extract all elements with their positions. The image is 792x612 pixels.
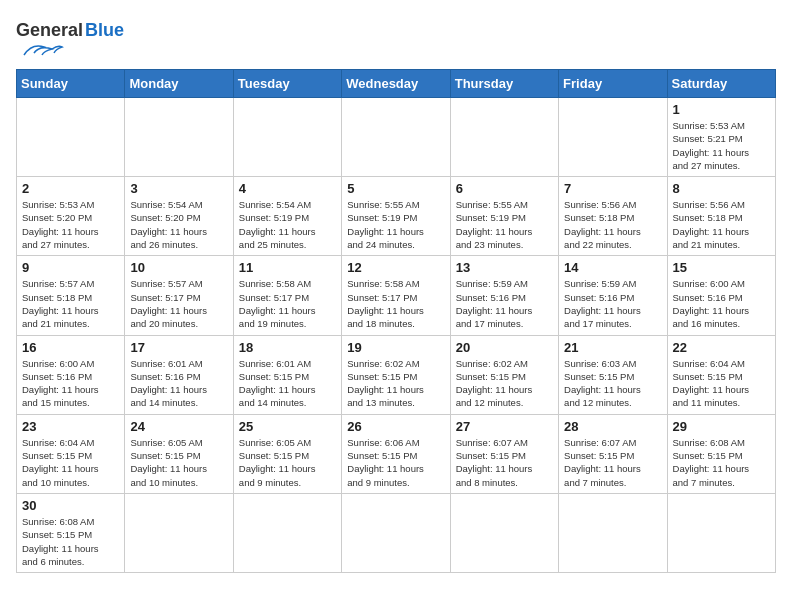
day-info: Sunrise: 5:59 AM Sunset: 5:16 PM Dayligh… — [456, 277, 553, 330]
week-row-4: 23Sunrise: 6:04 AM Sunset: 5:15 PM Dayli… — [17, 414, 776, 493]
day-info: Sunrise: 6:06 AM Sunset: 5:15 PM Dayligh… — [347, 436, 444, 489]
weekday-header-thursday: Thursday — [450, 70, 558, 98]
calendar-cell: 17Sunrise: 6:01 AM Sunset: 5:16 PM Dayli… — [125, 335, 233, 414]
day-info: Sunrise: 5:55 AM Sunset: 5:19 PM Dayligh… — [456, 198, 553, 251]
calendar-cell: 4Sunrise: 5:54 AM Sunset: 5:19 PM Daylig… — [233, 177, 341, 256]
day-number: 24 — [130, 419, 227, 434]
day-number: 19 — [347, 340, 444, 355]
day-number: 13 — [456, 260, 553, 275]
day-number: 28 — [564, 419, 661, 434]
calendar-cell: 3Sunrise: 5:54 AM Sunset: 5:20 PM Daylig… — [125, 177, 233, 256]
day-number: 30 — [22, 498, 119, 513]
calendar-cell — [233, 493, 341, 572]
day-number: 22 — [673, 340, 770, 355]
day-info: Sunrise: 6:01 AM Sunset: 5:16 PM Dayligh… — [130, 357, 227, 410]
day-info: Sunrise: 6:00 AM Sunset: 5:16 PM Dayligh… — [673, 277, 770, 330]
logo: General Blue — [16, 20, 124, 59]
calendar-cell: 15Sunrise: 6:00 AM Sunset: 5:16 PM Dayli… — [667, 256, 775, 335]
day-info: Sunrise: 6:08 AM Sunset: 5:15 PM Dayligh… — [22, 515, 119, 568]
day-info: Sunrise: 5:54 AM Sunset: 5:20 PM Dayligh… — [130, 198, 227, 251]
calendar-cell: 20Sunrise: 6:02 AM Sunset: 5:15 PM Dayli… — [450, 335, 558, 414]
day-number: 16 — [22, 340, 119, 355]
day-number: 8 — [673, 181, 770, 196]
weekday-header-tuesday: Tuesday — [233, 70, 341, 98]
day-info: Sunrise: 6:02 AM Sunset: 5:15 PM Dayligh… — [456, 357, 553, 410]
calendar-cell: 11Sunrise: 5:58 AM Sunset: 5:17 PM Dayli… — [233, 256, 341, 335]
calendar-cell: 14Sunrise: 5:59 AM Sunset: 5:16 PM Dayli… — [559, 256, 667, 335]
calendar-cell: 5Sunrise: 5:55 AM Sunset: 5:19 PM Daylig… — [342, 177, 450, 256]
calendar-cell: 10Sunrise: 5:57 AM Sunset: 5:17 PM Dayli… — [125, 256, 233, 335]
day-number: 14 — [564, 260, 661, 275]
week-row-2: 9Sunrise: 5:57 AM Sunset: 5:18 PM Daylig… — [17, 256, 776, 335]
day-info: Sunrise: 6:02 AM Sunset: 5:15 PM Dayligh… — [347, 357, 444, 410]
day-info: Sunrise: 5:57 AM Sunset: 5:17 PM Dayligh… — [130, 277, 227, 330]
calendar-cell: 23Sunrise: 6:04 AM Sunset: 5:15 PM Dayli… — [17, 414, 125, 493]
day-info: Sunrise: 5:53 AM Sunset: 5:21 PM Dayligh… — [673, 119, 770, 172]
week-row-3: 16Sunrise: 6:00 AM Sunset: 5:16 PM Dayli… — [17, 335, 776, 414]
weekday-header-sunday: Sunday — [17, 70, 125, 98]
calendar-cell — [17, 98, 125, 177]
day-number: 1 — [673, 102, 770, 117]
header: General Blue — [16, 16, 776, 59]
calendar-cell: 13Sunrise: 5:59 AM Sunset: 5:16 PM Dayli… — [450, 256, 558, 335]
calendar-cell: 6Sunrise: 5:55 AM Sunset: 5:19 PM Daylig… — [450, 177, 558, 256]
calendar-cell: 18Sunrise: 6:01 AM Sunset: 5:15 PM Dayli… — [233, 335, 341, 414]
day-number: 27 — [456, 419, 553, 434]
calendar-cell: 22Sunrise: 6:04 AM Sunset: 5:15 PM Dayli… — [667, 335, 775, 414]
logo-blue-text: Blue — [85, 20, 124, 41]
day-number: 23 — [22, 419, 119, 434]
calendar-cell: 7Sunrise: 5:56 AM Sunset: 5:18 PM Daylig… — [559, 177, 667, 256]
day-number: 7 — [564, 181, 661, 196]
calendar-cell: 9Sunrise: 5:57 AM Sunset: 5:18 PM Daylig… — [17, 256, 125, 335]
calendar-cell: 26Sunrise: 6:06 AM Sunset: 5:15 PM Dayli… — [342, 414, 450, 493]
day-info: Sunrise: 5:57 AM Sunset: 5:18 PM Dayligh… — [22, 277, 119, 330]
day-info: Sunrise: 5:58 AM Sunset: 5:17 PM Dayligh… — [239, 277, 336, 330]
day-info: Sunrise: 5:53 AM Sunset: 5:20 PM Dayligh… — [22, 198, 119, 251]
day-number: 4 — [239, 181, 336, 196]
day-number: 17 — [130, 340, 227, 355]
day-number: 11 — [239, 260, 336, 275]
calendar-cell: 27Sunrise: 6:07 AM Sunset: 5:15 PM Dayli… — [450, 414, 558, 493]
day-number: 26 — [347, 419, 444, 434]
day-number: 5 — [347, 181, 444, 196]
day-info: Sunrise: 6:07 AM Sunset: 5:15 PM Dayligh… — [456, 436, 553, 489]
logo-general-text: General — [16, 20, 83, 41]
calendar-cell: 25Sunrise: 6:05 AM Sunset: 5:15 PM Dayli… — [233, 414, 341, 493]
day-info: Sunrise: 6:05 AM Sunset: 5:15 PM Dayligh… — [130, 436, 227, 489]
calendar-cell — [559, 98, 667, 177]
day-info: Sunrise: 5:56 AM Sunset: 5:18 PM Dayligh… — [673, 198, 770, 251]
day-info: Sunrise: 5:59 AM Sunset: 5:16 PM Dayligh… — [564, 277, 661, 330]
day-info: Sunrise: 6:08 AM Sunset: 5:15 PM Dayligh… — [673, 436, 770, 489]
calendar-cell: 29Sunrise: 6:08 AM Sunset: 5:15 PM Dayli… — [667, 414, 775, 493]
week-row-0: 1Sunrise: 5:53 AM Sunset: 5:21 PM Daylig… — [17, 98, 776, 177]
day-number: 18 — [239, 340, 336, 355]
calendar-cell: 21Sunrise: 6:03 AM Sunset: 5:15 PM Dayli… — [559, 335, 667, 414]
calendar-cell: 19Sunrise: 6:02 AM Sunset: 5:15 PM Dayli… — [342, 335, 450, 414]
day-info: Sunrise: 6:03 AM Sunset: 5:15 PM Dayligh… — [564, 357, 661, 410]
day-number: 9 — [22, 260, 119, 275]
day-number: 12 — [347, 260, 444, 275]
week-row-1: 2Sunrise: 5:53 AM Sunset: 5:20 PM Daylig… — [17, 177, 776, 256]
day-info: Sunrise: 5:56 AM Sunset: 5:18 PM Dayligh… — [564, 198, 661, 251]
logo-bird-icon — [16, 41, 64, 59]
calendar-cell — [125, 98, 233, 177]
calendar-body: 1Sunrise: 5:53 AM Sunset: 5:21 PM Daylig… — [17, 98, 776, 573]
calendar-cell — [342, 493, 450, 572]
calendar-cell — [450, 493, 558, 572]
calendar: SundayMondayTuesdayWednesdayThursdayFrid… — [16, 69, 776, 573]
week-row-5: 30Sunrise: 6:08 AM Sunset: 5:15 PM Dayli… — [17, 493, 776, 572]
day-number: 10 — [130, 260, 227, 275]
weekday-header-saturday: Saturday — [667, 70, 775, 98]
calendar-cell — [450, 98, 558, 177]
calendar-cell — [125, 493, 233, 572]
day-info: Sunrise: 6:00 AM Sunset: 5:16 PM Dayligh… — [22, 357, 119, 410]
calendar-cell: 8Sunrise: 5:56 AM Sunset: 5:18 PM Daylig… — [667, 177, 775, 256]
weekday-header-row: SundayMondayTuesdayWednesdayThursdayFrid… — [17, 70, 776, 98]
day-info: Sunrise: 6:04 AM Sunset: 5:15 PM Dayligh… — [22, 436, 119, 489]
day-number: 6 — [456, 181, 553, 196]
weekday-header-wednesday: Wednesday — [342, 70, 450, 98]
calendar-cell: 2Sunrise: 5:53 AM Sunset: 5:20 PM Daylig… — [17, 177, 125, 256]
weekday-header-monday: Monday — [125, 70, 233, 98]
day-number: 29 — [673, 419, 770, 434]
day-info: Sunrise: 5:55 AM Sunset: 5:19 PM Dayligh… — [347, 198, 444, 251]
